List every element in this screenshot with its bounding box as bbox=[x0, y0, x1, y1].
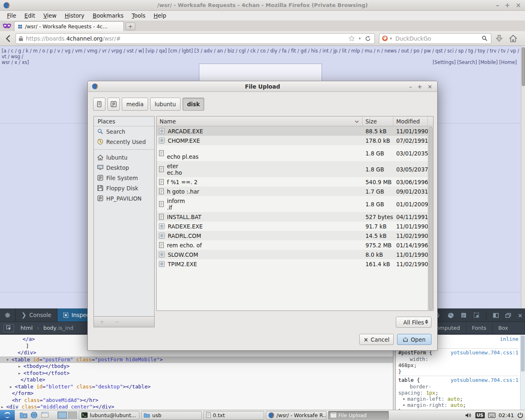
tab-wsr[interactable]: /wsr/ - Worksafe Requests - 4c... bbox=[14, 21, 124, 31]
page-scrollbar-thumb[interactable] bbox=[522, 47, 525, 86]
menu-history[interactable]: History bbox=[61, 11, 88, 20]
workspace-pager[interactable] bbox=[57, 411, 77, 419]
breadcrumb-html[interactable]: html bbox=[16, 322, 37, 334]
reload-icon[interactable] bbox=[364, 36, 372, 41]
url-text[interactable]: https://boards.4channel.org/wsr/# bbox=[26, 35, 347, 42]
add-bookmark-button[interactable]: + bbox=[100, 319, 104, 325]
power-icon[interactable] bbox=[517, 412, 523, 418]
menu-edit[interactable]: Edit bbox=[21, 11, 39, 20]
task-button-usb[interactable]: usb bbox=[141, 411, 202, 420]
scratchpad-icon[interactable] bbox=[461, 312, 467, 318]
markup-line[interactable]: ▶<div class="middlead center"></div> bbox=[0, 404, 393, 410]
web-browser-launcher-icon[interactable] bbox=[29, 411, 39, 420]
file-type-filter-dropdown[interactable]: All Files bbox=[396, 317, 431, 328]
file-list-scrollbar[interactable] bbox=[428, 126, 433, 310]
url-dropdown-icon[interactable]: ▾ bbox=[356, 36, 364, 41]
css-declaration[interactable]: ▶margin-right: auto; bbox=[398, 402, 518, 408]
markup-line[interactable]: ▼<table id="postForm" class="postForm hi… bbox=[0, 356, 393, 363]
expander-icon[interactable]: ▶ bbox=[18, 370, 21, 377]
tab-console[interactable]: ❯Console bbox=[16, 308, 57, 322]
dock-side-icon[interactable] bbox=[493, 313, 499, 318]
devtools-close-icon[interactable]: × bbox=[518, 312, 523, 319]
menu-help[interactable]: Help bbox=[150, 11, 170, 20]
file-row[interactable]: RADRL.COM14.5 kB11/02/1990 bbox=[157, 231, 428, 240]
sidebar-tab-fonts[interactable]: Fonts bbox=[466, 322, 493, 334]
file-row[interactable]: CHOMP.EXE178.0 kB07/02/1991 bbox=[157, 136, 428, 145]
start-menu-button[interactable] bbox=[0, 410, 15, 420]
clock[interactable]: 02:41 bbox=[499, 412, 514, 418]
place-item-file-system[interactable]: File System bbox=[94, 173, 154, 183]
search-input[interactable]: DuckDuckGo bbox=[395, 35, 480, 42]
task-button-lubuntu-lubunt-[interactable]: lubuntu@lubunt... bbox=[79, 411, 139, 420]
new-tab-button[interactable]: + bbox=[126, 23, 135, 30]
open-button[interactable]: Open bbox=[397, 334, 431, 345]
sidebar-tab-box-model[interactable]: Box Model bbox=[493, 322, 525, 334]
declaration-expander-icon[interactable]: ▶ bbox=[403, 402, 405, 408]
menu-tools[interactable]: Tools bbox=[128, 11, 149, 20]
stylesheet-link[interactable]: yotsubluenew.704.css:1 bbox=[450, 377, 518, 383]
file-manager-launcher-icon[interactable] bbox=[18, 411, 29, 420]
file-row[interactable]: eterec.ho1.8 GB03/05/2037 bbox=[157, 161, 428, 177]
expander-icon[interactable]: ▶ bbox=[10, 384, 12, 391]
path-button-disk[interactable]: disk bbox=[183, 98, 204, 111]
dialog-maximize-button[interactable]: + bbox=[418, 83, 422, 90]
file-row[interactable]: INSTALL.BAT527 bytes04/11/1991 bbox=[157, 212, 428, 221]
3d-view-cube-icon[interactable] bbox=[447, 312, 454, 319]
markup-line[interactable]: ▶<tfoot></tfoot> bbox=[0, 370, 393, 377]
stylesheet-link[interactable]: yotsubluenew.704.css:1 bbox=[450, 349, 518, 356]
show-desktop-launcher-icon[interactable] bbox=[39, 411, 50, 420]
file-row[interactable]: inform.if1.8 GB01/01/2009 bbox=[157, 196, 428, 212]
keyboard-layout-indicator[interactable]: US bbox=[475, 412, 485, 418]
url-bar[interactable]: https://boards.4channel.org/wsr/# ▾ bbox=[16, 33, 375, 44]
markup-line[interactable]: ▶<tbody></tbody> bbox=[0, 363, 393, 370]
declaration-expander-icon[interactable]: ▶ bbox=[403, 396, 405, 402]
file-row[interactable]: SLOW.COM8.0 kB11/01/1990 bbox=[157, 250, 428, 259]
task-button-0-txt[interactable]: 0.txt bbox=[203, 411, 264, 420]
keyboard-icon[interactable] bbox=[488, 413, 495, 418]
css-declaration[interactable]: border- bbox=[398, 383, 518, 390]
place-item-search[interactable]: Search bbox=[94, 126, 154, 137]
dialog-titlebar[interactable]: File Upload – + × bbox=[88, 81, 437, 92]
back-button[interactable] bbox=[2, 32, 14, 45]
file-row[interactable]: h goto :.har1.7 GB09/01/2031 bbox=[157, 187, 428, 196]
markup-line[interactable]: </table> bbox=[0, 377, 393, 383]
search-bar[interactable]: ▾ DuckDuckGo bbox=[379, 33, 491, 44]
window-minimize-button[interactable]: – bbox=[496, 2, 499, 9]
window-maximize-button[interactable]: + bbox=[505, 2, 510, 9]
menu-view[interactable]: View bbox=[40, 11, 60, 20]
element-picker-icon[interactable] bbox=[3, 324, 14, 332]
board-nav-line1[interactable]: [a / c / g / k / m / o / p / v / vg / vm… bbox=[2, 48, 523, 59]
board-navigation[interactable]: [a / c / g / k / m / o / p / v / vg / vm… bbox=[0, 46, 525, 65]
downloads-icon[interactable] bbox=[493, 32, 505, 45]
path-button-drive-stack[interactable] bbox=[93, 98, 105, 111]
workspace-1[interactable] bbox=[58, 412, 67, 418]
place-item-lubuntu[interactable]: lubuntu bbox=[94, 152, 154, 162]
markup-line[interactable]: ▶<table id="blotter" class="desktop"></t… bbox=[0, 383, 393, 390]
expander-icon[interactable]: ▼ bbox=[7, 357, 9, 364]
page-scrollbar[interactable] bbox=[521, 46, 525, 308]
place-item-floppy-disk[interactable]: Floppy Disk bbox=[94, 183, 154, 193]
task-button-file-upload[interactable]: File Upload bbox=[328, 411, 389, 420]
css-declaration[interactable]: spacing: 1px; bbox=[398, 390, 518, 396]
path-button-media[interactable]: media bbox=[122, 98, 148, 111]
responsive-mode-icon[interactable] bbox=[473, 312, 479, 318]
expander-icon[interactable]: ▶ bbox=[18, 363, 21, 370]
css-selector[interactable]: table {yotsubluenew.704.css:1 bbox=[398, 377, 518, 383]
path-button-media-drive[interactable] bbox=[107, 98, 120, 111]
menu-bookmarks[interactable]: Bookmarks bbox=[89, 11, 127, 20]
home-icon[interactable] bbox=[507, 32, 519, 45]
file-list-scrollbar-thumb[interactable] bbox=[429, 127, 433, 310]
file-row[interactable]: rem echo. of975.2 MB01/14/1996 bbox=[157, 240, 428, 250]
task-button--wsr-worksafe-r-[interactable]: /wsr/ - Worksafe R... bbox=[266, 411, 326, 420]
place-item-desktop[interactable]: Desktop bbox=[94, 162, 154, 173]
file-row[interactable]: TPIM2.EXE161.4 kB11/02/1990 bbox=[157, 259, 428, 269]
column-header-name[interactable]: Name bbox=[157, 116, 363, 126]
board-nav-line2[interactable]: wsr / x / xs] bbox=[2, 59, 29, 65]
css-declaration[interactable]: width: bbox=[398, 356, 518, 362]
place-item-hp-pavilion[interactable]: HP_PAVILION bbox=[94, 193, 154, 203]
search-go-icon[interactable] bbox=[480, 35, 488, 41]
column-header-size[interactable]: Size bbox=[363, 116, 393, 126]
markup-line[interactable]: <hr class="aboveMidAd"></hr> bbox=[0, 397, 393, 404]
window-close-button[interactable]: × bbox=[516, 2, 521, 9]
board-nav-links-right[interactable]: [Settings] [Search] [Mobile] [Home] bbox=[433, 59, 523, 65]
